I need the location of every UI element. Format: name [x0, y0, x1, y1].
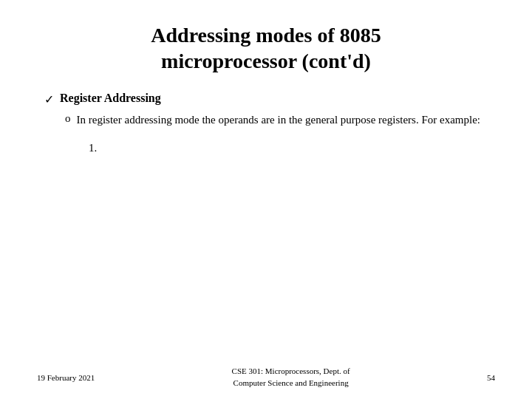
- title-line1: Addressing modes of 8085: [151, 24, 381, 47]
- sub-bullet-text: In register addressing mode the operands…: [77, 112, 480, 129]
- footer-course-line2: Computer Science and Engineering: [233, 378, 349, 387]
- footer-course: CSE 301: Microprocessors, Dept. of Compu…: [232, 366, 350, 389]
- sub-bullet-description: o In register addressing mode the operan…: [65, 112, 495, 129]
- number-label: 1.: [89, 142, 97, 154]
- slide-title: Addressing modes of 8085 microprocessor …: [37, 22, 495, 74]
- footer-course-line1: CSE 301: Microprocessors, Dept. of: [232, 366, 350, 375]
- numbered-item-1: 1.: [89, 142, 495, 154]
- footer-page-number: 54: [487, 373, 495, 382]
- title-block: Addressing modes of 8085 microprocessor …: [37, 22, 495, 74]
- slide-container: Addressing modes of 8085 microprocessor …: [0, 0, 532, 399]
- sub-bullet-marker: o: [65, 112, 71, 125]
- content-area: ✓ Register Addressing o In register addr…: [37, 92, 495, 384]
- footer: 19 February 2021 CSE 301: Microprocessor…: [0, 366, 532, 389]
- footer-date: 19 February 2021: [37, 373, 95, 382]
- bullet-item-register: ✓ Register Addressing: [44, 92, 495, 106]
- bullet-label-register: Register Addressing: [60, 92, 161, 105]
- title-line2: microprocessor (cont'd): [161, 50, 371, 72]
- checkmark-icon: ✓: [44, 92, 54, 106]
